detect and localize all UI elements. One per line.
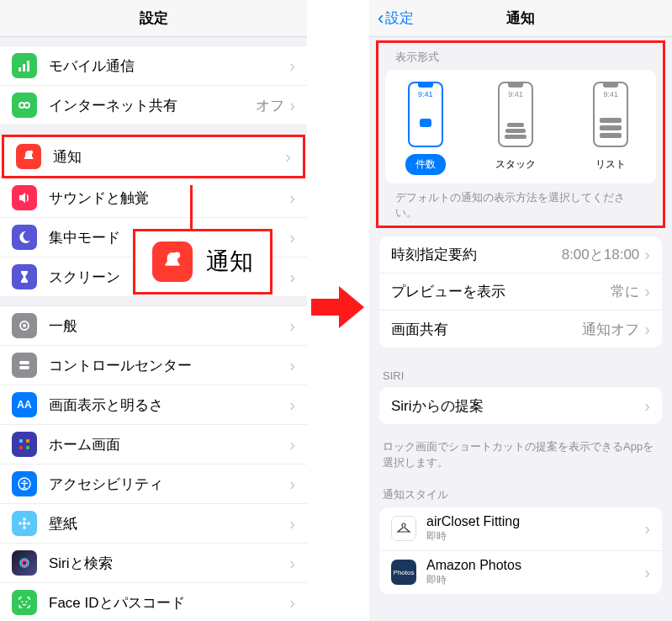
faceid-icon [12, 590, 37, 615]
row-wallpaper[interactable]: 壁紙 › [0, 504, 307, 544]
general-group: 一般 › コントロールセンター › AA 画面表示と明るさ › ホーム画面 › … [0, 305, 307, 621]
chevron-right-icon: › [644, 396, 650, 416]
chevron-right-icon: › [644, 245, 650, 264]
back-button[interactable]: ‹ 設定 [378, 8, 414, 29]
row-home[interactable]: ホーム画面 › [0, 425, 307, 464]
style-section-label: 通知スタイル [369, 474, 672, 507]
chevron-right-icon: › [289, 268, 295, 287]
hotspot-icon [12, 93, 37, 118]
option-list[interactable]: 9:41 リスト [585, 82, 636, 175]
notifications-screen: ‹ 設定 通知 表示形式 9:41 件数 9:41 スタック 9:41 リスト [369, 0, 672, 621]
svg-point-15 [24, 480, 26, 483]
moon-icon [12, 225, 37, 250]
row-sounds[interactable]: サウンドと触覚 › [0, 178, 307, 218]
row-faceid[interactable]: Face IDとパスコード › [0, 583, 307, 621]
siri-section-label: SIRI [369, 356, 672, 387]
cellular-icon [12, 53, 37, 78]
annotation-connector [190, 185, 193, 231]
siri-footer: ロック画面でショートカットの提案を表示できるAppを選択します。 [369, 433, 672, 473]
row-siri-suggestions[interactable]: Siriからの提案 › [379, 387, 662, 424]
svg-rect-9 [19, 366, 29, 369]
siri-group: Siriからの提案 › [379, 387, 662, 424]
bell-icon [16, 144, 41, 169]
option-count[interactable]: 9:41 件数 [405, 82, 446, 175]
amazon-photos-icon: Photos [391, 560, 416, 585]
display-options: 9:41 件数 9:41 スタック 9:41 リスト [385, 70, 656, 183]
svg-rect-12 [19, 446, 23, 449]
svg-rect-1 [23, 64, 25, 72]
chevron-right-icon: › [289, 395, 295, 415]
row-cellular[interactable]: モバイル通信 › [0, 46, 307, 86]
phone-preview-count: 9:41 [408, 82, 443, 147]
person-icon [12, 471, 37, 496]
row-preview[interactable]: プレビューを表示 常に › [379, 273, 662, 310]
row-accessibility[interactable]: アクセシビリティ › [0, 464, 307, 504]
chevron-right-icon: › [289, 56, 295, 76]
row-display[interactable]: AA 画面表示と明るさ › [0, 385, 307, 425]
svg-point-5 [29, 151, 33, 154]
apps-group: airCloset Fitting 即時 › Photos Amazon Pho… [379, 507, 662, 594]
section-footer: デフォルトの通知の表示方法を選択してください。 [382, 183, 659, 224]
chevron-right-icon: › [289, 188, 295, 208]
summary-group: 時刻指定要約 8:00と18:00 › プレビューを表示 常に › 画面共有 通… [379, 236, 662, 348]
svg-point-20 [27, 522, 30, 525]
svg-point-16 [23, 522, 26, 525]
row-general[interactable]: 一般 › [0, 306, 307, 346]
siri-icon [12, 550, 37, 576]
notifications-header: ‹ 設定 通知 [369, 0, 672, 37]
display-style-section-highlight: 表示形式 9:41 件数 9:41 スタック 9:41 リスト デフォルトの通知… [376, 40, 665, 228]
svg-point-24 [26, 601, 28, 602]
chevron-right-icon: › [289, 475, 295, 494]
svg-rect-2 [27, 61, 29, 72]
gear-icon [12, 313, 37, 338]
row-siri[interactable]: Siriと検索 › [0, 544, 307, 583]
row-app-aircloset[interactable]: airCloset Fitting 即時 › [379, 507, 662, 551]
chevron-right-icon: › [285, 147, 291, 167]
row-notifications[interactable]: 通知 › [2, 135, 305, 178]
svg-rect-8 [19, 361, 29, 364]
svg-point-22 [22, 560, 27, 565]
row-screen-share[interactable]: 画面共有 通知オフ › [379, 310, 662, 348]
row-control-center[interactable]: コントロールセンター › [0, 346, 307, 385]
row-app-amazon-photos[interactable]: Photos Amazon Photos 即時 › [379, 551, 662, 594]
connectivity-group: モバイル通信 › インターネット共有 オフ › [0, 45, 307, 125]
settings-header: 設定 [0, 0, 307, 37]
svg-rect-0 [19, 67, 21, 72]
row-hotspot[interactable]: インターネット共有 オフ › [0, 86, 307, 125]
svg-point-7 [23, 324, 26, 327]
svg-point-4 [24, 103, 29, 108]
chevron-right-icon: › [644, 563, 650, 582]
svg-rect-10 [19, 439, 23, 443]
section-label: 表示形式 [382, 46, 659, 70]
annotation-callout: 通知 [133, 229, 273, 295]
bell-icon [152, 242, 193, 282]
chevron-right-icon: › [289, 514, 295, 533]
settings-screen: 設定 モバイル通信 › インターネット共有 オフ › 通知 › サウンドと触覚 … [0, 0, 307, 621]
chevron-right-icon: › [644, 519, 650, 539]
toggles-icon [12, 353, 37, 378]
annotation-arrow [311, 282, 366, 332]
letters-icon: AA [12, 392, 37, 417]
svg-point-23 [22, 601, 24, 602]
page-title: 設定 [140, 8, 168, 28]
grid-icon [12, 432, 37, 457]
svg-rect-13 [26, 446, 29, 449]
row-scheduled[interactable]: 時刻指定要約 8:00と18:00 › [379, 236, 662, 273]
chevron-right-icon: › [289, 316, 295, 336]
phone-preview-stack: 9:41 [498, 82, 533, 147]
chevron-right-icon: › [644, 320, 650, 339]
chevron-right-icon: › [289, 96, 295, 115]
chevron-right-icon: › [289, 356, 295, 375]
chevron-right-icon: › [289, 228, 295, 247]
speaker-icon [12, 185, 37, 210]
svg-point-19 [19, 522, 22, 525]
chevron-right-icon: › [289, 554, 295, 573]
chevron-right-icon: › [644, 282, 650, 301]
svg-point-18 [23, 526, 26, 529]
svg-point-17 [23, 518, 26, 521]
option-stack[interactable]: 9:41 スタック [485, 82, 546, 175]
svg-rect-11 [26, 439, 29, 443]
hanger-icon [391, 516, 416, 541]
chevron-left-icon: ‹ [378, 8, 384, 29]
phone-preview-list: 9:41 [593, 82, 628, 147]
